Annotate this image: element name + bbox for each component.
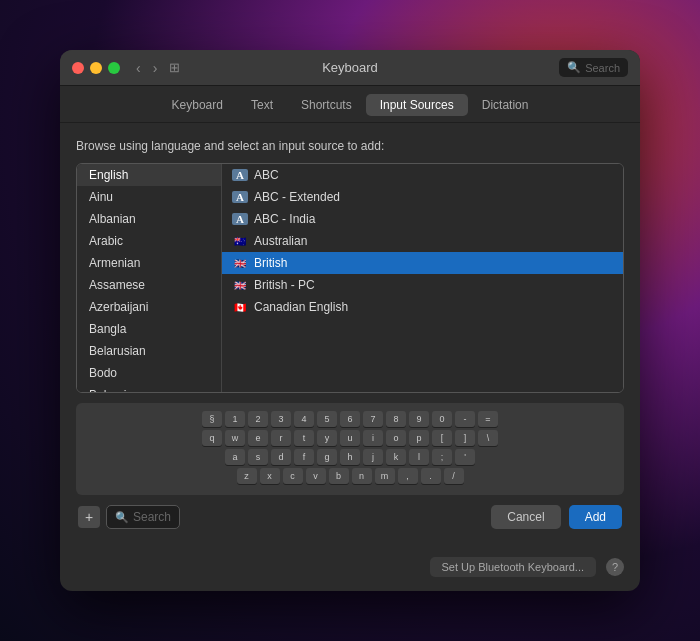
- kb-key: =: [478, 411, 498, 427]
- nav-buttons: ‹ ›: [132, 58, 161, 78]
- help-button[interactable]: ?: [606, 558, 624, 576]
- kb-key: q: [202, 430, 222, 446]
- lang-item[interactable]: Ainu: [77, 186, 221, 208]
- kb-key: §: [202, 411, 222, 427]
- setup-bluetooth-button[interactable]: Set Up Bluetooth Keyboard...: [430, 557, 596, 577]
- kb-key: [: [432, 430, 452, 446]
- action-buttons: Cancel Add: [491, 505, 622, 529]
- search-placeholder: Search: [133, 510, 171, 524]
- lang-item[interactable]: Armenian: [77, 252, 221, 274]
- source-label: ABC - India: [254, 212, 315, 226]
- lang-item[interactable]: English: [77, 164, 221, 186]
- kb-key: ': [455, 449, 475, 465]
- kb-key: -: [455, 411, 475, 427]
- cancel-button[interactable]: Cancel: [491, 505, 560, 529]
- source-icon-abc-ext: A: [232, 191, 248, 203]
- kb-key: ;: [432, 449, 452, 465]
- search-icon: 🔍: [115, 511, 129, 524]
- kb-key: /: [444, 468, 464, 484]
- source-label: ABC: [254, 168, 279, 182]
- lang-item[interactable]: Azerbaijani: [77, 296, 221, 318]
- lang-item[interactable]: Bulgarian: [77, 384, 221, 392]
- lang-item[interactable]: Bodo: [77, 362, 221, 384]
- source-icon-gb-pc: 🇬🇧: [232, 279, 248, 291]
- input-source-list[interactable]: A ABC A ABC - Extended A ABC - India 🇦🇺 …: [222, 164, 623, 392]
- kb-key: u: [340, 430, 360, 446]
- source-icon-abc: A: [232, 169, 248, 181]
- search-icon: 🔍: [567, 61, 581, 74]
- lang-item[interactable]: Arabic: [77, 230, 221, 252]
- grid-icon: ⊞: [169, 60, 180, 75]
- kb-key: 0: [432, 411, 452, 427]
- lang-item[interactable]: Assamese: [77, 274, 221, 296]
- add-button[interactable]: Add: [569, 505, 622, 529]
- kb-row-4: z x c v b n m , . /: [84, 468, 616, 484]
- kb-key: j: [363, 449, 383, 465]
- kb-key: p: [409, 430, 429, 446]
- source-icon-au: 🇦🇺: [232, 235, 248, 247]
- source-item-british[interactable]: 🇬🇧 British: [222, 252, 623, 274]
- source-item[interactable]: A ABC - Extended: [222, 186, 623, 208]
- source-item[interactable]: A ABC: [222, 164, 623, 186]
- kb-key: 7: [363, 411, 383, 427]
- kb-key: e: [248, 430, 268, 446]
- kb-key: 9: [409, 411, 429, 427]
- kb-key: 3: [271, 411, 291, 427]
- kb-key: .: [421, 468, 441, 484]
- titlebar-search[interactable]: 🔍 Search: [559, 58, 628, 77]
- window-title: Keyboard: [322, 60, 378, 75]
- source-label: ABC - Extended: [254, 190, 340, 204]
- dialog-label: Browse using language and select an inpu…: [76, 139, 624, 153]
- kb-key: i: [363, 430, 383, 446]
- source-label: British - PC: [254, 278, 315, 292]
- source-icon-ca: 🇨🇦: [232, 301, 248, 313]
- kb-key: k: [386, 449, 406, 465]
- kb-row-2: q w e r t y u i o p [ ] \: [84, 430, 616, 446]
- source-picker: English Ainu Albanian Arabic Armenian As…: [76, 163, 624, 393]
- tab-bar: Keyboard Text Shortcuts Input Sources Di…: [60, 86, 640, 123]
- source-item[interactable]: 🇨🇦 Canadian English: [222, 296, 623, 318]
- kb-key: m: [375, 468, 395, 484]
- source-icon-abc-india: A: [232, 213, 248, 225]
- language-list[interactable]: English Ainu Albanian Arabic Armenian As…: [77, 164, 222, 392]
- tab-keyboard[interactable]: Keyboard: [158, 94, 237, 116]
- search-field[interactable]: 🔍 Search: [106, 505, 180, 529]
- lang-item[interactable]: Bangla: [77, 318, 221, 340]
- kb-key: g: [317, 449, 337, 465]
- keyboard-window: ‹ › ⊞ Keyboard 🔍 Search Keyboard Text Sh…: [60, 50, 640, 591]
- tab-input-sources[interactable]: Input Sources: [366, 94, 468, 116]
- kb-key: a: [225, 449, 245, 465]
- source-item[interactable]: 🇦🇺 Australian: [222, 230, 623, 252]
- kb-key: t: [294, 430, 314, 446]
- minimize-button[interactable]: [90, 62, 102, 74]
- kb-key: v: [306, 468, 326, 484]
- kb-key: s: [248, 449, 268, 465]
- kb-key: \: [478, 430, 498, 446]
- bottom-bar: + 🔍 Search Cancel Add: [76, 505, 624, 529]
- close-button[interactable]: [72, 62, 84, 74]
- tab-shortcuts[interactable]: Shortcuts: [287, 94, 366, 116]
- back-button[interactable]: ‹: [132, 58, 145, 78]
- add-source-button[interactable]: +: [78, 506, 100, 528]
- kb-key: 5: [317, 411, 337, 427]
- lang-item[interactable]: Albanian: [77, 208, 221, 230]
- kb-key: o: [386, 430, 406, 446]
- kb-key: x: [260, 468, 280, 484]
- kb-key: c: [283, 468, 303, 484]
- kb-key: w: [225, 430, 245, 446]
- forward-button[interactable]: ›: [149, 58, 162, 78]
- kb-key: d: [271, 449, 291, 465]
- search-label: Search: [585, 62, 620, 74]
- source-label: Australian: [254, 234, 307, 248]
- source-item[interactable]: 🇬🇧 British - PC: [222, 274, 623, 296]
- maximize-button[interactable]: [108, 62, 120, 74]
- kb-row-3: a s d f g h j k l ; ': [84, 449, 616, 465]
- tab-text[interactable]: Text: [237, 94, 287, 116]
- footer: Set Up Bluetooth Keyboard... ?: [60, 545, 640, 591]
- tab-dictation[interactable]: Dictation: [468, 94, 543, 116]
- kb-key: n: [352, 468, 372, 484]
- lang-item[interactable]: Belarusian: [77, 340, 221, 362]
- titlebar: ‹ › ⊞ Keyboard 🔍 Search: [60, 50, 640, 86]
- kb-key: y: [317, 430, 337, 446]
- source-item[interactable]: A ABC - India: [222, 208, 623, 230]
